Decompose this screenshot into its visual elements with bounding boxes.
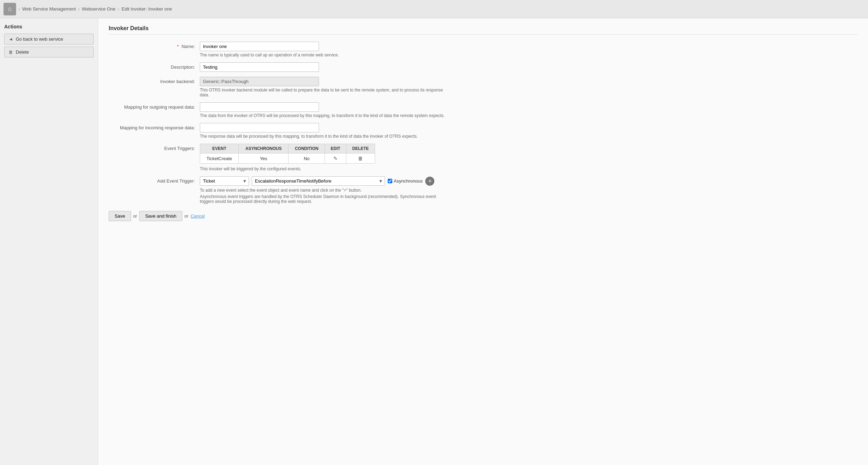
bottom-buttons: Save or Save and finish or Cancel <box>109 211 857 221</box>
delete-label: Delete <box>16 49 29 55</box>
description-row: Description: <box>109 62 857 72</box>
async-checkbox-label[interactable]: Asynchronous <box>388 178 422 184</box>
sidebar-title: Actions <box>4 24 94 29</box>
cancel-button[interactable]: Cancel <box>191 213 205 219</box>
description-field <box>200 62 857 72</box>
event-triggers-label: Event Triggers: <box>109 144 200 151</box>
table-row: TicketCreate Yes No ✎ 🗑 <box>200 153 375 164</box>
event-trigger-hint: This invoker will be triggered by the co… <box>200 166 445 171</box>
section-title: Invoker Details <box>109 25 857 35</box>
add-trigger-hint1: To add a new event select the event obje… <box>200 188 445 193</box>
condition-cell: No <box>289 153 325 164</box>
edit-cell: ✎ <box>325 153 346 164</box>
event-table: EVENT ASYNCHRONOUS CONDITION EDIT DELETE… <box>200 144 375 164</box>
or-text-2: or <box>184 213 189 219</box>
outgoing-input[interactable] <box>200 102 319 112</box>
main-content: Invoker Details * Name: The name is typi… <box>98 18 868 465</box>
col-event: EVENT <box>200 144 239 153</box>
async-checkbox[interactable] <box>388 179 392 183</box>
event-object-wrapper: Ticket Article Queue ▼ <box>200 176 249 186</box>
delete-cell: 🗑 <box>346 153 375 164</box>
event-triggers-field: EVENT ASYNCHRONOUS CONDITION EDIT DELETE… <box>200 144 857 171</box>
name-input[interactable] <box>200 42 319 51</box>
breadcrumb-edit-invoker: Edit Invoker: Invoker one <box>122 6 172 12</box>
home-icon[interactable]: ⌂ <box>4 3 16 15</box>
delete-icon: 🗑 <box>9 50 13 55</box>
event-name-select[interactable]: EscalationResponseTimeNotifyBefore Escal… <box>252 176 385 186</box>
name-label: * Name: <box>109 42 200 49</box>
incoming-row: Mapping for incoming response data: The … <box>109 123 857 139</box>
event-name-wrapper: EscalationResponseTimeNotifyBefore Escal… <box>252 176 385 186</box>
backend-label: Invoker backend: <box>109 77 200 84</box>
backend-row: Invoker backend: This OTRS invoker backe… <box>109 77 857 97</box>
name-row: * Name: The name is typically used to ca… <box>109 42 857 57</box>
sidebar: Actions ◄ Go back to web service 🗑 Delet… <box>0 18 98 465</box>
col-async: ASYNCHRONOUS <box>239 144 289 153</box>
async-label: Asynchronous <box>394 178 422 184</box>
event-name-cell: TicketCreate <box>200 153 239 164</box>
outgoing-row: Mapping for outgoing request data: The d… <box>109 102 857 118</box>
outgoing-field: The data from the invoker of OTRS will b… <box>200 102 857 118</box>
add-trigger-field: Ticket Article Queue ▼ EscalationRespons… <box>200 176 857 204</box>
add-trigger-label: Add Event Trigger: <box>109 176 200 184</box>
col-condition: CONDITION <box>289 144 325 153</box>
required-star: * <box>177 44 179 49</box>
delete-button[interactable]: 🗑 Delete <box>4 47 94 57</box>
async-cell: Yes <box>239 153 289 164</box>
backend-field: This OTRS invoker backend module will be… <box>200 77 857 97</box>
breadcrumb-webservice-one[interactable]: Webservice One <box>82 6 116 12</box>
col-delete: DELETE <box>346 144 375 153</box>
go-back-label: Go back to web service <box>16 36 63 42</box>
go-back-button[interactable]: ◄ Go back to web service <box>4 34 94 45</box>
add-trigger-hint2: Asynchronous event triggers are handled … <box>200 194 445 204</box>
event-object-select[interactable]: Ticket Article Queue <box>200 176 249 186</box>
name-hint: The name is typically used to call up an… <box>200 53 445 57</box>
delete-row-button[interactable]: 🗑 <box>358 156 363 161</box>
save-button[interactable]: Save <box>109 211 131 221</box>
edit-row-button[interactable]: ✎ <box>333 156 338 161</box>
breadcrumb-web-service-management[interactable]: Web Service Management <box>22 6 76 12</box>
name-field: The name is typically used to call up an… <box>200 42 857 57</box>
incoming-hint: The response data will be processed by t… <box>200 134 445 139</box>
backend-input <box>200 77 319 86</box>
description-label: Description: <box>109 62 200 70</box>
incoming-field: The response data will be processed by t… <box>200 123 857 139</box>
back-icon: ◄ <box>9 37 13 42</box>
incoming-input[interactable] <box>200 123 319 132</box>
description-input[interactable] <box>200 62 319 72</box>
outgoing-label: Mapping for outgoing request data: <box>109 102 200 110</box>
col-edit: EDIT <box>325 144 346 153</box>
event-triggers-row: Event Triggers: EVENT ASYNCHRONOUS CONDI… <box>109 144 857 171</box>
add-trigger-button[interactable]: + <box>425 177 434 186</box>
breadcrumb: ⌂ › Web Service Management › Webservice … <box>0 0 868 18</box>
add-trigger-controls: Ticket Article Queue ▼ EscalationRespons… <box>200 176 857 186</box>
add-trigger-row: Add Event Trigger: Ticket Article Queue … <box>109 176 857 204</box>
outgoing-hint: The data from the invoker of OTRS will b… <box>200 113 445 118</box>
save-and-finish-button[interactable]: Save and finish <box>139 211 182 221</box>
or-text-1: or <box>133 213 137 219</box>
backend-hint: This OTRS invoker backend module will be… <box>200 88 445 97</box>
incoming-label: Mapping for incoming response data: <box>109 123 200 130</box>
